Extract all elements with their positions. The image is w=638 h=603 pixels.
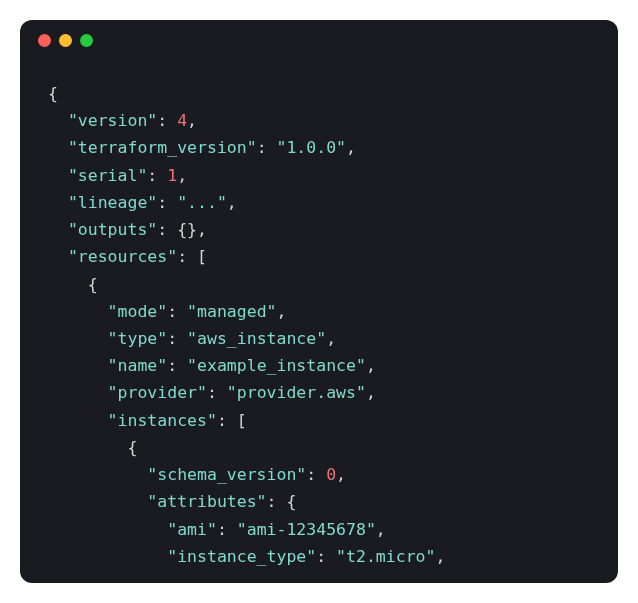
token-string: "ami-12345678" (237, 520, 376, 539)
token-colon: : (167, 356, 187, 375)
token-key: "terraform_version" (68, 138, 257, 157)
token-comma: , (197, 220, 207, 239)
minimize-icon[interactable] (59, 34, 72, 47)
terminal-window: { "version": 4, "terraform_version": "1.… (20, 20, 618, 583)
code-line: "resources": [ (48, 243, 590, 270)
token-key: "version" (68, 111, 157, 130)
code-line: "version": 4, (48, 107, 590, 134)
token-brace: { (127, 438, 137, 457)
token-bracket: [ (197, 247, 207, 266)
token-colon: : (157, 111, 177, 130)
code-line: "ami": "ami-12345678", (48, 516, 590, 543)
token-key: "name" (108, 356, 168, 375)
code-line: "schema_version": 0, (48, 461, 590, 488)
token-number: 1 (167, 166, 177, 185)
token-bracket: [ (237, 411, 247, 430)
code-content: { "version": 4, "terraform_version": "1.… (20, 60, 618, 583)
token-string: "..." (177, 193, 227, 212)
code-line: "outputs": {}, (48, 216, 590, 243)
token-brace: { (48, 84, 58, 103)
code-line: "instances": [ (48, 407, 590, 434)
token-key: "resources" (68, 247, 177, 266)
token-key: "attributes" (147, 492, 266, 511)
code-line: "mode": "managed", (48, 298, 590, 325)
token-key: "outputs" (68, 220, 157, 239)
token-key: "schema_version" (147, 465, 306, 484)
token-comma: , (187, 111, 197, 130)
token-string: "provider.aws" (227, 383, 366, 402)
token-colon: : (177, 247, 197, 266)
token-comma: , (336, 465, 346, 484)
code-line: "name": "example_instance", (48, 352, 590, 379)
code-line: { (48, 271, 590, 298)
token-colon: : (157, 193, 177, 212)
token-comma: , (326, 329, 336, 348)
token-key: "type" (108, 329, 168, 348)
token-colon: : (207, 383, 227, 402)
token-comma: , (277, 302, 287, 321)
token-colon: : (257, 138, 277, 157)
token-string: "1.0.0" (277, 138, 347, 157)
token-comma: , (366, 383, 376, 402)
token-key: "mode" (108, 302, 168, 321)
token-string: "managed" (187, 302, 276, 321)
token-brace: {} (177, 220, 197, 239)
code-line: "provider": "provider.aws", (48, 379, 590, 406)
token-key: "instance_type" (167, 547, 316, 566)
token-key: "lineage" (68, 193, 157, 212)
code-line: { (48, 80, 590, 107)
token-brace: { (88, 275, 98, 294)
token-comma: , (177, 166, 187, 185)
code-line: "terraform_version": "1.0.0", (48, 134, 590, 161)
token-colon: : (157, 220, 177, 239)
token-string: "aws_instance" (187, 329, 326, 348)
window-titlebar (20, 20, 618, 60)
token-key: "ami" (167, 520, 217, 539)
token-colon: : (306, 465, 326, 484)
token-colon: : (167, 302, 187, 321)
token-key: "provider" (108, 383, 207, 402)
token-string: "example_instance" (187, 356, 366, 375)
token-brace: { (286, 492, 296, 511)
token-string: "t2.micro" (336, 547, 435, 566)
code-line: "instance_type": "t2.micro", (48, 543, 590, 570)
token-comma: , (366, 356, 376, 375)
maximize-icon[interactable] (80, 34, 93, 47)
token-key: "serial" (68, 166, 147, 185)
code-line: "serial": 1, (48, 162, 590, 189)
token-colon: : (217, 411, 237, 430)
code-line: "lineage": "...", (48, 189, 590, 216)
token-comma: , (346, 138, 356, 157)
close-icon[interactable] (38, 34, 51, 47)
token-colon: : (217, 520, 237, 539)
code-line: { (48, 434, 590, 461)
token-key: "instances" (108, 411, 217, 430)
token-colon: : (316, 547, 336, 566)
code-line: "type": "aws_instance", (48, 325, 590, 352)
token-colon: : (167, 329, 187, 348)
token-comma: , (227, 193, 237, 212)
token-colon: : (267, 492, 287, 511)
token-comma: , (435, 547, 445, 566)
token-number: 0 (326, 465, 336, 484)
token-comma: , (376, 520, 386, 539)
token-colon: : (147, 166, 167, 185)
token-number: 4 (177, 111, 187, 130)
code-line: "attributes": { (48, 488, 590, 515)
